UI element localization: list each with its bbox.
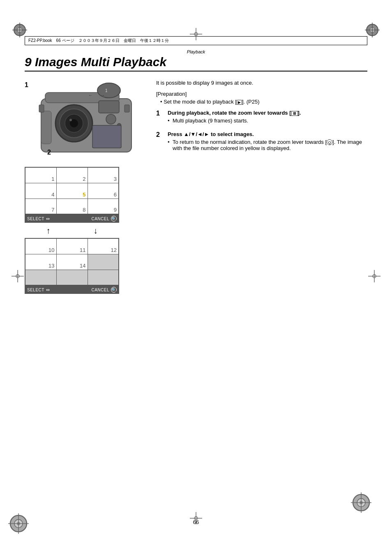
grid-footer-2: SELECT ⇔ CANCEL 🔍 bbox=[25, 286, 119, 294]
bottom-center-mark bbox=[190, 512, 202, 526]
svg-point-30 bbox=[69, 119, 72, 121]
select-label-2: SELECT bbox=[27, 288, 44, 292]
up-arrow-icon: ↑ bbox=[46, 226, 51, 235]
grid-table-1: 1 2 3 4 5 6 7 8 9 bbox=[25, 167, 119, 215]
grid-cell-empty bbox=[56, 270, 88, 285]
svg-text:1: 1 bbox=[105, 88, 108, 93]
step-2-title: Press ▲/▼/◄/► to select images. bbox=[168, 131, 367, 137]
down-arrow-icon: ↓ bbox=[94, 226, 98, 235]
grid-cell: 10 bbox=[25, 238, 56, 254]
grid-cell: 2 bbox=[56, 167, 88, 183]
grid-row-empty bbox=[25, 270, 119, 285]
preparation-section: [Preparation] • Set the mode dial to pla… bbox=[156, 91, 367, 105]
grid-cell-empty bbox=[88, 254, 119, 270]
grid-footer-1: SELECT ⇔ CANCEL 🔍 bbox=[25, 215, 119, 223]
grid-row: 10 11 12 bbox=[25, 238, 119, 254]
grid-row: 13 14 bbox=[25, 254, 119, 270]
grid-row: 4 5 6 bbox=[25, 183, 119, 199]
svg-rect-37 bbox=[39, 105, 44, 112]
grid-panel-1: 1 2 3 4 5 6 7 8 9 SEL bbox=[25, 167, 119, 223]
grid-cell: 3 bbox=[88, 167, 119, 183]
step-2: 2 Press ▲/▼/◄/► to select images. To ret… bbox=[156, 131, 367, 153]
grid-cell: 8 bbox=[56, 199, 88, 214]
step-2-number: 2 bbox=[156, 131, 163, 153]
svg-rect-36 bbox=[41, 111, 51, 144]
camera-label-1: 1 bbox=[25, 81, 28, 89]
cancel-zoom-icon-2: 🔍 bbox=[111, 287, 117, 293]
top-center-mark bbox=[190, 28, 202, 42]
svg-rect-35 bbox=[92, 125, 121, 148]
step-2-bullet: To return to the normal indication, rota… bbox=[168, 139, 367, 151]
main-layout: 1 1 bbox=[25, 78, 367, 296]
svg-text:←: ← bbox=[88, 93, 92, 97]
grid-cell: 11 bbox=[56, 238, 88, 254]
grid-cell: 4 bbox=[25, 183, 56, 199]
right-column: It is possible to display 9 images at on… bbox=[156, 78, 367, 296]
cancel-zoom-icon-1: 🔍 bbox=[111, 216, 117, 222]
left-center-mark bbox=[12, 270, 24, 284]
step-2-content: Press ▲/▼/◄/► to select images. To retur… bbox=[168, 131, 367, 153]
select-arrow-icon: ⇔ bbox=[46, 216, 50, 222]
grid-cell: 9 bbox=[88, 199, 119, 214]
grid-cell: 12 bbox=[88, 238, 119, 254]
grid-cell: 13 bbox=[25, 254, 56, 270]
step-1-number: 1 bbox=[156, 110, 163, 125]
step-1: 1 During playback, rotate the zoom lever… bbox=[156, 110, 367, 125]
page-title: 9 Images Multi Playback bbox=[25, 55, 367, 72]
select-label-1: SELECT bbox=[27, 217, 44, 221]
prep-label: [Preparation] bbox=[156, 91, 367, 97]
svg-text:→: → bbox=[101, 93, 105, 97]
cancel-label-2: CANCEL bbox=[91, 288, 109, 292]
grid-table-2: 10 11 12 13 14 bbox=[25, 238, 119, 286]
select-arrow-icon-2: ⇔ bbox=[46, 287, 50, 293]
camera-label-2: 2 bbox=[47, 149, 51, 156]
grid-panel-2: 10 11 12 13 14 SE bbox=[25, 238, 119, 294]
arrow-connector: ↑ ↓ bbox=[25, 225, 119, 236]
grid-cell: 1 bbox=[25, 167, 56, 183]
corner-mark-bl2 bbox=[8, 513, 29, 536]
step-1-content: During playback, rotate the zoom lever t… bbox=[168, 110, 367, 125]
grid-cell: 6 bbox=[88, 183, 119, 199]
left-column: 1 1 bbox=[25, 78, 148, 296]
steps-section: 1 During playback, rotate the zoom lever… bbox=[156, 110, 367, 153]
svg-point-32 bbox=[106, 114, 116, 124]
intro-text: It is possible to display 9 images at on… bbox=[156, 80, 367, 86]
grid-cell: 7 bbox=[25, 199, 56, 214]
svg-rect-38 bbox=[125, 105, 129, 112]
grid-cell: 5 bbox=[56, 183, 88, 199]
grid-cell: 14 bbox=[56, 254, 88, 270]
header-text: FZ2-PP.book 66 ページ ２００３年９月２６日 金曜日 午後１２時１… bbox=[28, 38, 169, 44]
camera-illustration: 1 bbox=[29, 78, 140, 156]
grid-row: 1 2 3 bbox=[25, 167, 119, 183]
svg-rect-31 bbox=[99, 101, 119, 113]
grid-row: 7 8 9 bbox=[25, 199, 119, 214]
prep-item: • Set the mode dial to playback [▶]. (P2… bbox=[156, 99, 367, 105]
grid-cell-empty bbox=[25, 270, 56, 285]
step-1-bullet: Multi playback (9 frames) starts. bbox=[168, 118, 367, 124]
cancel-label-1: CANCEL bbox=[91, 217, 109, 221]
step-1-title: During playback, rotate the zoom lever t… bbox=[168, 110, 367, 116]
grid-cell-empty bbox=[88, 270, 119, 285]
section-label: Playback bbox=[25, 49, 367, 54]
right-center-mark bbox=[368, 270, 380, 284]
page-content: Playback 9 Images Multi Playback 1 1 bbox=[25, 49, 367, 505]
